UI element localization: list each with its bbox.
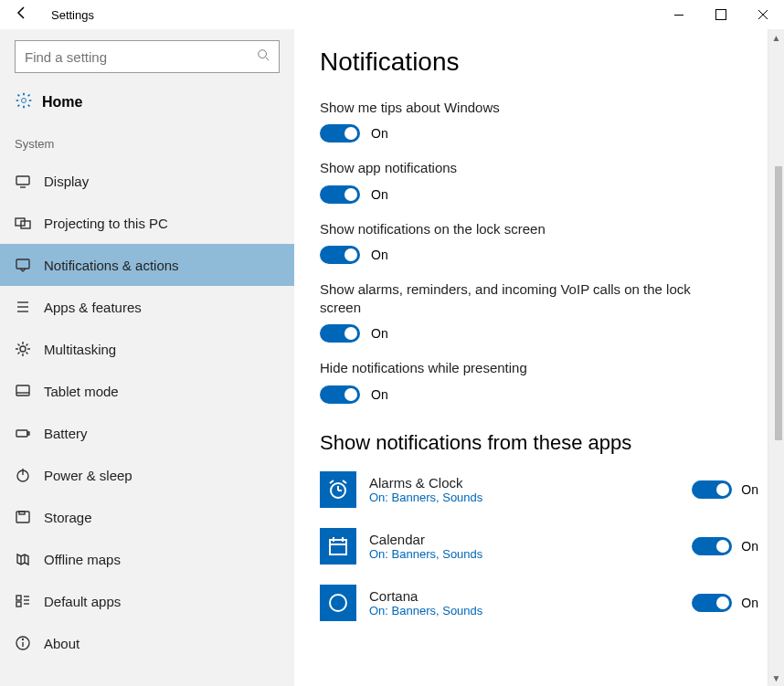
sidebar-item-notifications-actions[interactable]: Notifications & actions	[0, 244, 294, 286]
svg-rect-14	[16, 430, 27, 437]
content-pane: Notifications Show me tips about Windows…	[294, 29, 784, 686]
svg-rect-6	[21, 221, 30, 228]
minimize-button[interactable]	[658, 0, 700, 29]
notifications-icon	[15, 257, 31, 273]
sidebar-item-label: Power & sleep	[44, 468, 132, 483]
svg-rect-23	[16, 602, 21, 607]
storage-icon	[15, 509, 31, 525]
toggle-state: On	[741, 539, 758, 554]
search-input[interactable]	[25, 49, 257, 65]
app-row[interactable]: Alarms & ClockOn: Banners, SoundsOn	[320, 471, 758, 508]
toggle-state: On	[741, 482, 758, 497]
svg-point-11	[20, 346, 26, 352]
toggle-state: On	[371, 187, 388, 202]
app-row[interactable]: CalendarOn: Banners, SoundsOn	[320, 528, 758, 565]
sidebar-item-apps-features[interactable]: Apps & features	[0, 286, 294, 328]
home-nav[interactable]: Home	[0, 82, 294, 122]
svg-line-34	[343, 480, 346, 483]
sidebar-item-label: Default apps	[44, 594, 121, 609]
scrollbar-thumb[interactable]	[775, 166, 782, 440]
app-name: Alarms & Clock	[369, 475, 679, 491]
sidebar-item-offline-maps[interactable]: Offline maps	[0, 538, 294, 580]
home-label: Home	[42, 94, 82, 111]
svg-rect-7	[16, 259, 29, 269]
sidebar-item-multitasking[interactable]: Multitasking	[0, 328, 294, 370]
power-icon	[15, 467, 31, 483]
setting-label: Show me tips about Windows	[320, 99, 704, 117]
svg-line-1	[266, 58, 270, 61]
sidebar: Home System DisplayProjecting to this PC…	[0, 29, 294, 686]
toggle-switch[interactable]	[320, 385, 360, 404]
search-icon	[257, 48, 270, 65]
scroll-down-button[interactable]: ▼	[768, 670, 784, 686]
sidebar-item-storage[interactable]: Storage	[0, 496, 294, 538]
sidebar-item-label: About	[44, 636, 79, 651]
app-subtext: On: Banners, Sounds	[369, 547, 679, 561]
cortana-icon	[320, 585, 356, 621]
svg-rect-3	[16, 176, 29, 185]
toggle-state: On	[371, 326, 388, 341]
app-info: CalendarOn: Banners, Sounds	[369, 532, 679, 561]
app-info: Alarms & ClockOn: Banners, Sounds	[369, 475, 679, 504]
search-box[interactable]	[15, 40, 280, 73]
svg-point-0	[259, 50, 267, 58]
apps-icon	[15, 299, 31, 315]
sidebar-item-power-sleep[interactable]: Power & sleep	[0, 454, 294, 496]
battery-icon	[15, 425, 31, 441]
sidebar-item-tablet-mode[interactable]: Tablet mode	[0, 370, 294, 412]
sidebar-item-battery[interactable]: Battery	[0, 412, 294, 454]
sidebar-item-projecting-to-this-pc[interactable]: Projecting to this PC	[0, 202, 294, 244]
about-icon	[15, 635, 31, 651]
sidebar-item-label: Apps & features	[44, 300, 142, 315]
sidebar-item-default-apps[interactable]: Default apps	[0, 580, 294, 622]
app-subtext: On: Banners, Sounds	[369, 491, 679, 504]
svg-point-29	[23, 639, 24, 640]
setting-row: Show alarms, reminders, and incoming VoI…	[320, 280, 758, 343]
toggle-state: On	[371, 248, 388, 262]
setting-label: Show alarms, reminders, and incoming VoI…	[320, 280, 704, 318]
toggle-state: On	[371, 126, 388, 141]
toggle-switch[interactable]	[320, 324, 360, 343]
setting-label: Show app notifications	[320, 159, 704, 177]
sidebar-item-label: Tablet mode	[44, 384, 119, 399]
project-icon	[15, 215, 31, 231]
gear-icon	[15, 91, 33, 113]
toggle-switch[interactable]	[320, 185, 360, 204]
sidebar-item-label: Multitasking	[44, 342, 116, 357]
setting-row: Show notifications on the lock screenOn	[320, 220, 758, 264]
sidebar-item-about[interactable]: About	[0, 622, 294, 664]
svg-rect-18	[16, 512, 29, 522]
back-button[interactable]	[0, 5, 44, 25]
sidebar-item-label: Storage	[44, 510, 92, 525]
svg-rect-5	[16, 218, 25, 226]
app-subtext: On: Banners, Sounds	[369, 604, 679, 617]
app-name: Cortana	[369, 588, 679, 604]
close-button[interactable]	[742, 0, 784, 29]
tablet-icon	[15, 383, 31, 399]
toggle-state: On	[741, 596, 758, 610]
titlebar: Settings	[0, 0, 784, 29]
toggle-switch[interactable]	[320, 246, 360, 264]
maximize-button[interactable]	[700, 0, 742, 29]
app-row[interactable]: CortanaOn: Banners, SoundsOn	[320, 585, 758, 621]
category-label: System	[0, 122, 294, 160]
scroll-up-button[interactable]: ▲	[768, 29, 784, 46]
sidebar-item-label: Offline maps	[44, 552, 121, 567]
toggle-switch[interactable]	[692, 480, 732, 499]
default-apps-icon	[15, 593, 31, 609]
apps-heading: Show notifications from these apps	[320, 431, 758, 455]
svg-rect-22	[16, 596, 21, 600]
toggle-state: On	[371, 387, 388, 402]
toggle-switch[interactable]	[320, 124, 360, 142]
svg-rect-12	[16, 385, 29, 396]
svg-rect-35	[330, 540, 346, 554]
toggle-switch[interactable]	[692, 594, 732, 612]
alarm-icon	[320, 471, 356, 508]
scrollbar[interactable]: ▲ ▼	[768, 29, 784, 686]
window-title: Settings	[44, 8, 658, 22]
setting-label: Hide notifications while presenting	[320, 359, 704, 377]
sidebar-item-display[interactable]: Display	[0, 160, 294, 202]
svg-point-2	[22, 99, 26, 103]
toggle-switch[interactable]	[692, 537, 732, 555]
svg-rect-15	[27, 432, 29, 435]
